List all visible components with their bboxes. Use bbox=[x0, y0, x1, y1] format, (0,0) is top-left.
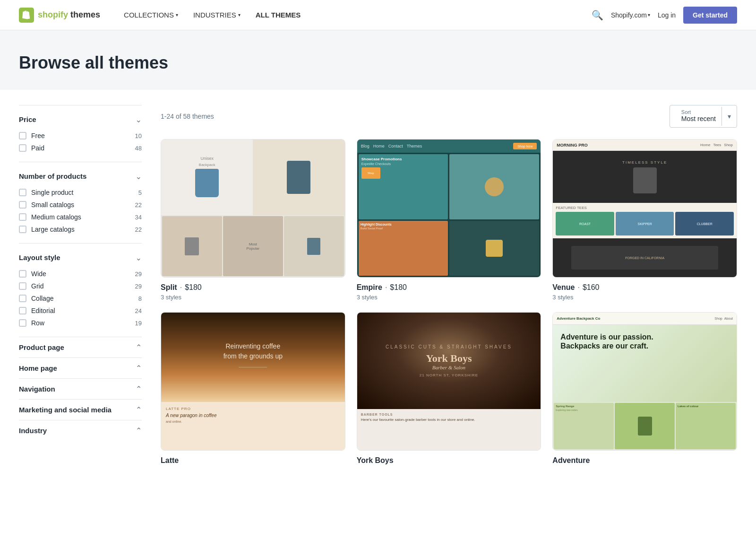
theme-styles-split: 3 styles bbox=[161, 294, 345, 301]
filter-label-large: Large catalogs bbox=[31, 226, 75, 233]
filter-navigation-toggle[interactable]: Navigation ⌃ bbox=[19, 383, 142, 395]
theme-image-empire: Blog Home Contact Themes Shop Now Showca… bbox=[357, 139, 541, 278]
theme-name-york: York Boys bbox=[357, 456, 394, 465]
filter-count-editorial: 24 bbox=[135, 307, 142, 314]
filter-count-free: 10 bbox=[135, 132, 142, 140]
content-header: 1-24 of 58 themes Sort Most recent ▾ bbox=[161, 105, 737, 128]
theme-grid: Unisex Backpack bbox=[161, 139, 737, 467]
shopify-bag-icon bbox=[19, 8, 34, 23]
theme-styles-empire: 3 styles bbox=[357, 294, 541, 301]
filter-option-grid[interactable]: Grid 29 bbox=[19, 280, 142, 292]
filter-num-products-label: Number of products bbox=[19, 172, 86, 180]
theme-card-york[interactable]: CLASSIC CUTS & STRAIGHT SHAVES York Boys… bbox=[357, 312, 541, 467]
theme-card-split[interactable]: Unisex Backpack bbox=[161, 139, 345, 301]
search-icon[interactable]: 🔍 bbox=[592, 9, 603, 21]
checkbox-single[interactable] bbox=[19, 189, 26, 196]
nav-all-themes[interactable]: ALL THEMES bbox=[249, 7, 308, 23]
chevron-down-icon: ⌃ bbox=[136, 426, 142, 435]
checkbox-wide[interactable] bbox=[19, 270, 26, 278]
navbar: shopify themes COLLECTIONS ▾ INDUSTRIES … bbox=[0, 0, 756, 30]
themes-content: 1-24 of 58 themes Sort Most recent ▾ bbox=[161, 105, 737, 467]
filter-industry-toggle[interactable]: Industry ⌃ bbox=[19, 424, 142, 437]
filter-label-paid: Paid bbox=[31, 144, 44, 152]
theme-price-empire: $180 bbox=[390, 283, 407, 292]
filter-option-small[interactable]: Small catalogs 22 bbox=[19, 199, 142, 211]
filter-option-collage[interactable]: Collage 8 bbox=[19, 292, 142, 305]
filter-marketing-label: Marketing and social media bbox=[19, 406, 112, 414]
filter-layout-toggle[interactable]: Layout style ⌃ bbox=[19, 251, 142, 264]
shopify-com-link[interactable]: Shopify.com ▾ bbox=[611, 11, 650, 19]
theme-info-split: Split · $180 3 styles bbox=[161, 278, 345, 301]
nav-industries[interactable]: INDUSTRIES ▾ bbox=[187, 7, 247, 23]
main-layout: Price ⌃ Free 10 Paid 48 bbox=[0, 90, 756, 482]
theme-card-adventure[interactable]: Adventure Backpack Co Shop About Adventu… bbox=[552, 312, 737, 467]
filter-option-row[interactable]: Row 19 bbox=[19, 317, 142, 329]
filter-count-large: 22 bbox=[135, 226, 142, 233]
theme-count: 1-24 of 58 themes bbox=[161, 113, 214, 120]
theme-image-split: Unisex Backpack bbox=[161, 139, 345, 278]
theme-card-venue[interactable]: MORNING PRO Home Tees Shop TIMELESS STYL… bbox=[552, 139, 737, 301]
theme-image-adventure: Adventure Backpack Co Shop About Adventu… bbox=[552, 312, 737, 451]
logo[interactable]: shopify themes bbox=[19, 8, 100, 23]
filter-label-single: Single product bbox=[31, 189, 74, 196]
theme-info-empire: Empire · $180 3 styles bbox=[357, 278, 541, 301]
nav-right: 🔍 Shopify.com ▾ Log in Get started bbox=[592, 7, 737, 24]
theme-image-york: CLASSIC CUTS & STRAIGHT SHAVES York Boys… bbox=[357, 312, 541, 451]
checkbox-large[interactable] bbox=[19, 226, 26, 233]
chevron-down-icon: ⌃ bbox=[136, 343, 142, 352]
filter-product-page-label: Product page bbox=[19, 343, 64, 351]
theme-name-adventure: Adventure bbox=[552, 456, 590, 465]
filter-option-single[interactable]: Single product 5 bbox=[19, 186, 142, 199]
nav-collections[interactable]: COLLECTIONS ▾ bbox=[117, 7, 185, 23]
filter-label-grid: Grid bbox=[31, 282, 43, 290]
chevron-down-icon: ▾ bbox=[176, 12, 178, 17]
chevron-down-icon: ▾ bbox=[648, 12, 650, 17]
checkbox-collage[interactable] bbox=[19, 295, 26, 302]
checkbox-row[interactable] bbox=[19, 319, 26, 327]
filter-price-toggle[interactable]: Price ⌃ bbox=[19, 113, 142, 126]
filter-product-page-toggle[interactable]: Product page ⌃ bbox=[19, 341, 142, 354]
filter-count-small: 22 bbox=[135, 201, 142, 209]
filter-count-single: 5 bbox=[138, 189, 142, 196]
filter-home-page-toggle[interactable]: Home page ⌃ bbox=[19, 362, 142, 375]
checkbox-grid[interactable] bbox=[19, 282, 26, 290]
filter-industry-section: Industry ⌃ bbox=[19, 420, 142, 441]
filter-label-wide: Wide bbox=[31, 270, 46, 278]
filter-count-wide: 29 bbox=[135, 270, 142, 278]
checkbox-small[interactable] bbox=[19, 201, 26, 209]
filter-num-products-toggle[interactable]: Number of products ⌃ bbox=[19, 170, 142, 183]
filter-option-large[interactable]: Large catalogs 22 bbox=[19, 223, 142, 235]
filter-count-grid: 29 bbox=[135, 283, 142, 290]
filter-label-collage: Collage bbox=[31, 295, 53, 302]
chevron-down-icon: ⌃ bbox=[136, 364, 142, 373]
chevron-up-icon: ⌃ bbox=[136, 172, 142, 181]
filter-home-page-section: Home page ⌃ bbox=[19, 357, 142, 378]
theme-image-latte: Reinventing coffeefrom the grounds up LA… bbox=[161, 312, 345, 451]
filter-home-page-label: Home page bbox=[19, 364, 57, 372]
get-started-button[interactable]: Get started bbox=[683, 7, 737, 24]
theme-styles-venue: 3 styles bbox=[552, 294, 737, 301]
checkbox-medium[interactable] bbox=[19, 213, 26, 221]
theme-card-empire[interactable]: Blog Home Contact Themes Shop Now Showca… bbox=[357, 139, 541, 301]
filter-option-editorial[interactable]: Editorial 24 bbox=[19, 305, 142, 317]
filter-count-collage: 8 bbox=[138, 295, 142, 302]
filter-option-medium[interactable]: Medium catalogs 34 bbox=[19, 211, 142, 223]
theme-image-venue: MORNING PRO Home Tees Shop TIMELESS STYL… bbox=[552, 139, 737, 278]
sort-control[interactable]: Sort Most recent ▾ bbox=[670, 105, 737, 128]
filter-num-products-section: Number of products ⌃ Single product 5 Sm… bbox=[19, 162, 142, 243]
sort-dropdown-icon[interactable]: ▾ bbox=[722, 113, 737, 120]
filter-label-row: Row bbox=[31, 319, 44, 327]
checkbox-paid[interactable] bbox=[19, 144, 26, 152]
login-link[interactable]: Log in bbox=[658, 11, 676, 19]
filter-count-paid: 48 bbox=[135, 145, 142, 152]
filter-marketing-toggle[interactable]: Marketing and social media ⌃ bbox=[19, 403, 142, 416]
filter-option-free[interactable]: Free 10 bbox=[19, 130, 142, 142]
theme-card-latte[interactable]: Reinventing coffeefrom the grounds up LA… bbox=[161, 312, 345, 467]
filter-option-paid[interactable]: Paid 48 bbox=[19, 142, 142, 154]
filter-option-wide[interactable]: Wide 29 bbox=[19, 268, 142, 280]
filter-count-row: 19 bbox=[135, 320, 142, 327]
filter-num-products-options: Single product 5 Small catalogs 22 Mediu… bbox=[19, 186, 142, 235]
chevron-up-icon: ⌃ bbox=[136, 253, 142, 262]
checkbox-free[interactable] bbox=[19, 132, 26, 140]
checkbox-editorial[interactable] bbox=[19, 307, 26, 314]
